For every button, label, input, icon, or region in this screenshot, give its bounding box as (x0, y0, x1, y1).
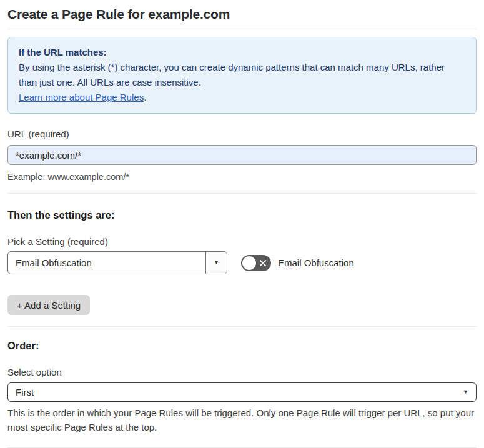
url-example-helper: Example: www.example.com/* (7, 170, 477, 184)
info-banner-body: By using the asterisk (*) character, you… (19, 60, 465, 90)
order-helper-text: This is the order in which your Page Rul… (7, 406, 477, 434)
toggle-label: Email Obfuscation (278, 257, 354, 268)
setting-picker-arrow-button[interactable]: ▼ (205, 252, 227, 274)
setting-row: Email Obfuscation ▼ Email Obfuscation (7, 251, 477, 274)
email-obfuscation-toggle[interactable] (241, 255, 271, 271)
url-input[interactable] (7, 145, 477, 165)
divider (7, 326, 477, 327)
order-select-value: First (16, 387, 34, 397)
create-page-rule-panel: Create a Page Rule for example.com If th… (0, 0, 484, 448)
page-title: Create a Page Rule for example.com (7, 0, 477, 29)
settings-section-heading: Then the settings are: (7, 209, 477, 221)
toggle-knob (242, 256, 256, 270)
toggle-off-x-icon (259, 259, 267, 267)
url-field-label: URL (required) (7, 129, 477, 139)
learn-more-link[interactable]: Learn more about Page Rules (19, 92, 144, 102)
chevron-down-icon: ▼ (463, 389, 468, 395)
setting-picker-dropdown[interactable]: Email Obfuscation ▼ (7, 251, 227, 274)
add-setting-button[interactable]: + Add a Setting (7, 295, 90, 315)
info-banner-link-row: Learn more about Page Rules. (19, 90, 465, 105)
order-select-dropdown[interactable]: First ▼ (7, 382, 477, 402)
select-option-label: Select option (7, 367, 477, 377)
chevron-down-icon: ▼ (214, 260, 219, 266)
link-suffix: . (144, 92, 146, 102)
info-banner-heading: If the URL matches: (19, 45, 465, 60)
setting-picker-value: Email Obfuscation (8, 252, 205, 274)
order-section-heading: Order: (7, 340, 477, 352)
divider (7, 193, 477, 194)
url-match-info-banner: If the URL matches: By using the asteris… (7, 37, 477, 114)
pick-setting-label: Pick a Setting (required) (7, 236, 477, 247)
